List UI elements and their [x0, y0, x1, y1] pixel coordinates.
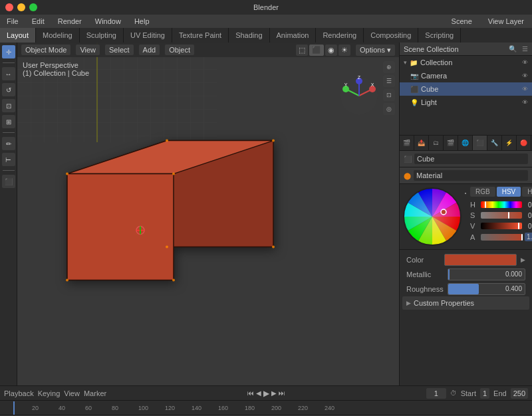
- search-icon[interactable]: 🔍: [509, 45, 517, 52]
- ruler-180: 180: [245, 405, 255, 411]
- prop-tab-material[interactable]: 🔴: [517, 136, 531, 150]
- gizmo-icon[interactable]: ⊕: [383, 61, 395, 73]
- overlay-icon[interactable]: ☰: [383, 75, 395, 87]
- viewport-select-menu[interactable]: Select: [105, 45, 134, 55]
- cursor-tool[interactable]: ✛: [2, 45, 15, 58]
- tab-hex[interactable]: Hex: [522, 187, 532, 197]
- tab-compositing[interactable]: Compositing: [364, 28, 418, 43]
- shading-wireframe[interactable]: ⬚: [296, 45, 308, 56]
- tab-rendering[interactable]: Rendering: [316, 28, 364, 43]
- prop-tab-output[interactable]: 📤: [414, 136, 429, 150]
- menu-help[interactable]: Help: [132, 16, 152, 27]
- outliner-item-cube[interactable]: ⬛ Cube 👁: [400, 82, 532, 96]
- ruler-area[interactable]: 20 40 60 80 100 120 140 160 180 200 220 …: [0, 400, 532, 415]
- a-value: 1.000: [525, 233, 532, 241]
- proportional-icon[interactable]: ◎: [383, 103, 395, 115]
- svg-text:Y: Y: [344, 82, 348, 87]
- jump-start-btn[interactable]: ⏮: [247, 389, 254, 397]
- menu-window[interactable]: Window: [92, 16, 124, 27]
- material-properties: Color ▶ Metallic 0.000 Roughness 0.400: [400, 250, 532, 385]
- h-slider[interactable]: [481, 201, 522, 208]
- prop-tab-modifier[interactable]: 🔧: [487, 136, 502, 150]
- viewport-add-menu[interactable]: Add: [139, 45, 160, 55]
- add-cube-tool[interactable]: ⬛: [2, 175, 15, 188]
- measure-tool[interactable]: ⊢: [2, 153, 15, 166]
- color-wheel[interactable]: [402, 187, 462, 247]
- snap-icon[interactable]: ⊡: [383, 89, 395, 101]
- outliner-item-light[interactable]: 💡 Light 👁: [400, 96, 532, 109]
- viewport-object-menu[interactable]: Object: [165, 45, 194, 55]
- light-eye-icon[interactable]: 👁: [522, 99, 528, 106]
- object-name-field[interactable]: Cube: [414, 154, 528, 164]
- cube-eye-icon[interactable]: 👁: [522, 86, 528, 92]
- a-slider[interactable]: [481, 234, 522, 241]
- viewport-view-type: User Perspective: [23, 61, 89, 69]
- close-button[interactable]: [5, 3, 13, 11]
- current-frame[interactable]: 1: [426, 388, 446, 399]
- prop-tab-world[interactable]: 🌐: [458, 136, 473, 150]
- playback-menu[interactable]: Playback: [4, 389, 34, 397]
- prop-tab-particles[interactable]: ⚡: [502, 136, 517, 150]
- jump-end-btn[interactable]: ⏭: [279, 389, 285, 397]
- camera-eye-icon[interactable]: 👁: [522, 72, 528, 79]
- svg-point-19: [272, 246, 275, 249]
- keying-menu[interactable]: Keying: [38, 389, 61, 397]
- menu-render[interactable]: Render: [55, 16, 84, 27]
- ruler-120: 120: [165, 405, 175, 411]
- tab-uv-editing[interactable]: UV Editing: [124, 28, 172, 43]
- end-value[interactable]: 250: [511, 388, 528, 399]
- prop-tab-object[interactable]: ⬛: [473, 136, 487, 150]
- eye-icon[interactable]: 👁: [522, 59, 528, 66]
- tab-rgb[interactable]: RGB: [470, 187, 495, 197]
- color-extra-icon[interactable]: ▶: [521, 257, 525, 263]
- maximize-button[interactable]: [29, 3, 37, 11]
- tab-texture-paint[interactable]: Texture Paint: [172, 28, 229, 43]
- prop-tab-view-layer[interactable]: 🗂: [429, 136, 444, 150]
- menu-file[interactable]: File: [4, 16, 21, 27]
- scale-tool[interactable]: ⊡: [2, 99, 15, 112]
- metallic-fill: [448, 269, 450, 280]
- prop-tab-scene[interactable]: 🎬: [444, 136, 458, 150]
- roughness-slider[interactable]: 0.400: [448, 283, 525, 295]
- tab-layout[interactable]: Layout: [0, 28, 36, 43]
- ruler-60: 60: [85, 405, 92, 411]
- outliner-item-scene-collection[interactable]: ▾ 📁 Collection 👁: [400, 56, 532, 69]
- main-area: ✛ ↔ ↺ ⊡ ⊞ ✏ ⊢ ⬛: [0, 43, 532, 385]
- menu-edit[interactable]: Edit: [29, 16, 47, 27]
- cube-icon: ⬛: [410, 86, 418, 93]
- next-frame-btn[interactable]: ▶: [271, 389, 277, 397]
- minimize-button[interactable]: [17, 3, 25, 11]
- tab-sculpting[interactable]: Sculpting: [80, 28, 124, 43]
- prev-frame-btn[interactable]: ◀: [256, 389, 261, 397]
- filter-icon[interactable]: ☰: [522, 45, 528, 52]
- shading-solid[interactable]: ⬛: [309, 45, 324, 56]
- view-menu[interactable]: View: [64, 389, 80, 397]
- start-value[interactable]: 1: [480, 388, 489, 399]
- marker-menu[interactable]: Marker: [84, 389, 106, 397]
- s-slider[interactable]: [481, 212, 522, 219]
- material-name-field[interactable]: Material: [414, 170, 528, 181]
- viewport-view-menu[interactable]: View: [76, 45, 100, 55]
- color-value-bar[interactable]: [444, 254, 517, 266]
- shading-rendered[interactable]: ☀: [338, 45, 350, 56]
- shading-material[interactable]: ◉: [325, 45, 337, 56]
- play-btn[interactable]: ▶: [263, 389, 269, 398]
- scene-label: Scene: [448, 16, 476, 27]
- transform-tool[interactable]: ⊞: [2, 115, 15, 128]
- tab-shading[interactable]: Shading: [229, 28, 269, 43]
- prop-tab-render[interactable]: 🎬: [400, 136, 414, 150]
- v-slider[interactable]: [481, 223, 522, 229]
- metallic-slider[interactable]: 0.000: [448, 268, 525, 280]
- options-menu[interactable]: Options ▾: [356, 45, 395, 56]
- tab-modeling[interactable]: Modeling: [36, 28, 80, 43]
- tab-scripting[interactable]: Scripting: [418, 28, 461, 43]
- tab-animation[interactable]: Animation: [270, 28, 317, 43]
- viewport-mode-select[interactable]: Object Mode: [21, 45, 70, 55]
- custom-properties-header[interactable]: ▶ Custom Properties: [402, 296, 529, 310]
- tab-hsv[interactable]: HSV: [497, 187, 521, 197]
- rotate-tool[interactable]: ↺: [2, 83, 15, 96]
- move-tool[interactable]: ↔: [2, 67, 15, 80]
- annotate-tool[interactable]: ✏: [2, 137, 15, 150]
- outliner-item-camera[interactable]: 📷 Camera 👁: [400, 69, 532, 82]
- viewport-3d[interactable]: Object Mode View Select Add Object ⬚ ⬛ ◉…: [17, 43, 399, 385]
